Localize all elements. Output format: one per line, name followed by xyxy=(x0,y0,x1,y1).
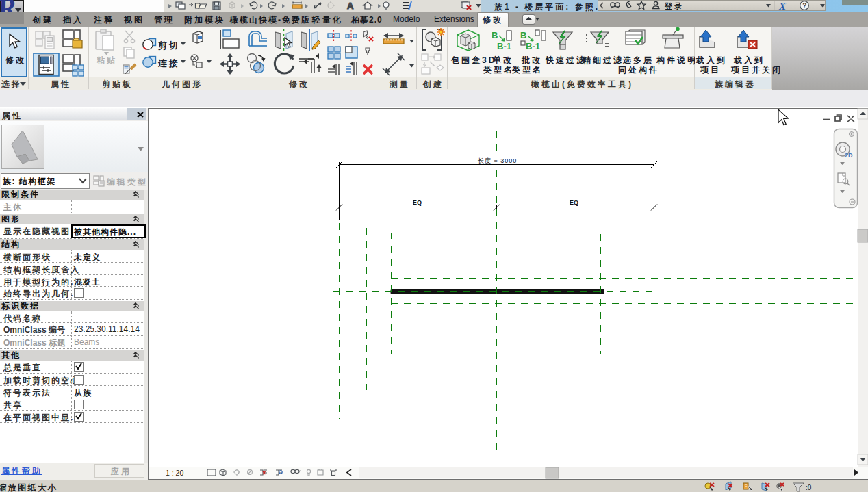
svg-text:A: A xyxy=(347,1,354,11)
svg-text:1 : 20: 1 : 20 xyxy=(166,469,183,477)
svg-text:?: ? xyxy=(802,2,806,10)
svg-text:长度 = 3000: 长度 = 3000 xyxy=(478,157,517,164)
svg-text::0: :0 xyxy=(806,484,812,491)
svg-text:EQ: EQ xyxy=(413,199,422,206)
svg-text:2D: 2D xyxy=(845,152,853,159)
svg-text:EQ: EQ xyxy=(570,199,578,206)
